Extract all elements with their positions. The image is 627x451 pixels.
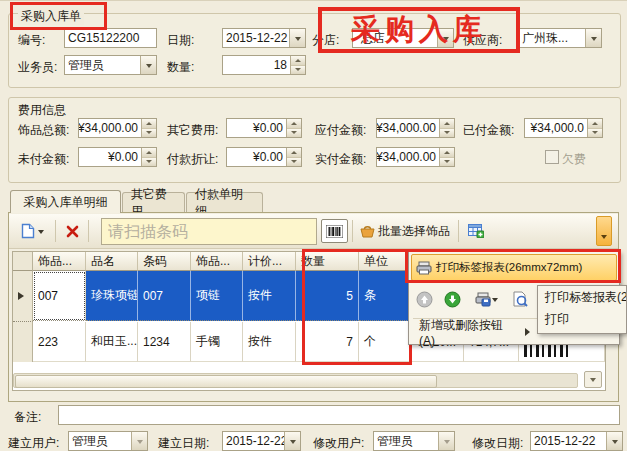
circle-up-icon	[416, 291, 433, 308]
grid-cell[interactable]: 个	[359, 322, 411, 362]
payable-amount-label: 应付金额:	[315, 122, 366, 139]
submenu-arrow-icon	[525, 328, 534, 336]
quantity-label: 数量:	[167, 59, 194, 76]
modified-user-combo[interactable]: 管理员	[373, 431, 455, 451]
grid-cell[interactable]: 1234	[138, 322, 191, 362]
column-header[interactable]: 饰品...	[191, 252, 243, 271]
notes-input[interactable]	[58, 405, 620, 425]
discount-label: 付款折让:	[167, 151, 218, 168]
header-groupbox	[8, 13, 621, 88]
chevron-down-icon[interactable]	[140, 56, 156, 74]
grid-cell[interactable]: 007	[138, 271, 191, 321]
total-amount-spinner[interactable]: ¥34,000.00	[78, 118, 157, 138]
grid-cell[interactable]: 和田玉...	[86, 322, 138, 362]
circle-down-icon	[444, 291, 461, 308]
created-user-combo[interactable]: 管理员	[68, 431, 148, 451]
detail-toolbar: 批量选择饰品	[9, 214, 618, 249]
created-date-combo[interactable]: 2015-12-22	[222, 431, 301, 451]
grid-cell[interactable]: 条	[359, 271, 411, 321]
doc-date-combo[interactable]: 2015-12-22	[222, 28, 306, 48]
other-cost-spinner[interactable]: ¥0.00	[226, 118, 302, 138]
modified-date-combo[interactable]: 2015-12-22	[530, 431, 623, 451]
chevron-down-icon[interactable]	[289, 29, 305, 47]
chevron-down-icon[interactable]	[437, 29, 453, 47]
doc-number-input[interactable]: CG15122200	[64, 28, 157, 48]
payable-amount-spinner[interactable]: ¥34,000.00	[376, 118, 455, 138]
new-row-button[interactable]	[14, 219, 50, 243]
basket-icon	[360, 225, 375, 238]
column-header[interactable]: 数量	[296, 252, 359, 271]
column-header[interactable]: 饰品...	[33, 252, 86, 271]
new-doc-icon	[21, 223, 35, 239]
preview-icon	[512, 291, 528, 307]
batch-select-button[interactable]: 批量选择饰品	[356, 219, 454, 243]
print-submenu: 打印标签报表(2 打印	[537, 285, 627, 334]
grid-cell[interactable]: 007	[33, 271, 86, 321]
tab-other-cost[interactable]: 其它费用	[122, 192, 185, 213]
print-label-menu-item[interactable]: 打印标签报表(26mmx72mm)	[411, 254, 617, 281]
scan-barcode-input[interactable]	[101, 218, 317, 245]
tab-payment-detail[interactable]: 付款单明细	[186, 192, 263, 213]
grid-cell[interactable]: 223	[33, 322, 86, 362]
scrollbar-thumb[interactable]	[15, 375, 437, 388]
chevron-down-icon	[492, 298, 498, 305]
toolbar-overflow-button[interactable]	[596, 216, 612, 246]
grid-corner	[13, 252, 33, 271]
spin-down-icon[interactable]	[291, 66, 305, 75]
paid-amount-label: 已付金额:	[463, 122, 514, 139]
paid-amount-spinner[interactable]: ¥34,000.0	[524, 118, 603, 138]
supplier-combo[interactable]: 广州珠...	[518, 28, 602, 48]
arrears-checkbox[interactable]	[545, 150, 559, 164]
print-preview-button[interactable]	[509, 288, 531, 310]
submenu-print-item[interactable]: 打印	[538, 308, 626, 330]
purchase-stockin-window: 采购入库单 编号: CG15122200 日期: 2015-12-22 分店: …	[0, 0, 627, 451]
insert-from-list-button[interactable]	[462, 219, 489, 243]
grid-cell[interactable]: 项链	[191, 271, 243, 321]
modified-user-label: 修改用户:	[313, 435, 364, 451]
delete-row-button[interactable]	[59, 219, 85, 243]
salesman-combo[interactable]: 管理员	[64, 55, 157, 75]
move-down-button[interactable]	[441, 288, 463, 310]
row-indicator-icon	[18, 292, 28, 300]
horizontal-scrollbar[interactable]	[13, 373, 578, 388]
grid-cell[interactable]: 按件	[243, 322, 296, 362]
chevron-down-icon[interactable]	[438, 432, 454, 450]
printer-save-icon	[475, 292, 492, 307]
actual-paid-spinner[interactable]: ¥34,000.00	[376, 147, 455, 167]
branch-label: 分店:	[312, 32, 339, 49]
grid-cell[interactable]: 7	[296, 322, 359, 362]
delete-x-icon	[66, 225, 79, 238]
grid-cell[interactable]: 手镯	[191, 322, 243, 362]
supplier-label: 供应商:	[463, 32, 502, 49]
tab-stockin-detail[interactable]: 采购入库单明细	[10, 190, 121, 213]
add-remove-buttons-menu-item[interactable]: 新增或删除按钮(A)	[411, 321, 542, 343]
doc-number-label: 编号:	[18, 32, 45, 49]
column-header[interactable]: 计价...	[243, 252, 296, 271]
quantity-spinner[interactable]: 18	[222, 55, 306, 75]
grid-cell[interactable]: 珍珠项链	[86, 271, 138, 321]
cost-groupbox	[8, 97, 621, 183]
modified-date-label: 修改日期:	[472, 435, 523, 451]
column-header[interactable]: 单位	[359, 252, 411, 271]
grid-cell[interactable]: 按件	[243, 271, 296, 321]
chevron-down-icon[interactable]	[284, 432, 300, 450]
table-insert-icon	[468, 224, 484, 238]
spin-up-icon[interactable]	[291, 56, 305, 66]
chevron-down-icon[interactable]	[585, 29, 601, 47]
unpaid-amount-spinner[interactable]: ¥0.00	[78, 147, 157, 167]
barcode-button[interactable]	[321, 219, 348, 243]
scroll-down-button[interactable]	[584, 371, 602, 388]
print-button[interactable]	[469, 288, 503, 310]
printer-icon	[416, 261, 432, 275]
column-header[interactable]: 品名	[86, 252, 138, 271]
chevron-down-icon[interactable]	[606, 432, 622, 450]
branch-combo[interactable]: 总店	[352, 28, 454, 48]
discount-spinner[interactable]: ¥0.00	[226, 147, 302, 167]
chevron-down-icon[interactable]	[131, 432, 147, 450]
submenu-print-label-item[interactable]: 打印标签报表(2	[538, 286, 626, 308]
column-header[interactable]: 条码	[138, 252, 191, 271]
move-up-button[interactable]	[413, 288, 435, 310]
salesman-label: 业务员:	[18, 59, 57, 76]
cost-group-title: 费用信息	[18, 102, 66, 119]
grid-cell[interactable]: 5	[296, 271, 359, 321]
